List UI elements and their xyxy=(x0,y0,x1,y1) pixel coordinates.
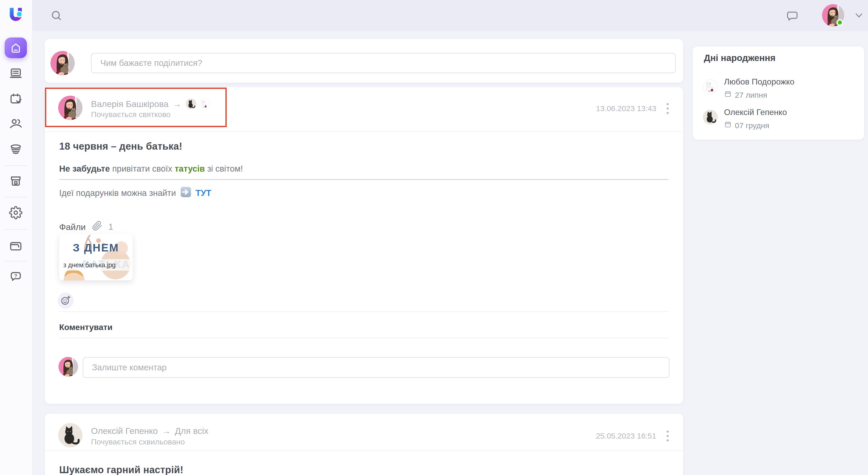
post-composer-card xyxy=(45,39,683,83)
post-audience: Для всіх xyxy=(175,426,208,436)
sidebar-item-settings[interactable] xyxy=(9,206,23,219)
birthday-item[interactable]: Любов Подорожко 27 липня xyxy=(703,77,794,100)
calendar-small-icon xyxy=(724,90,732,100)
post-gift-line: Ідеї подарунків можна знайти ТУТ xyxy=(59,186,211,200)
birthday-date-row: 27 липня xyxy=(724,90,794,100)
annotation-red-box xyxy=(45,88,227,127)
calendar-small-icon xyxy=(724,121,732,130)
birthday-item[interactable]: Олексій Гепенко 07 грудня xyxy=(703,107,787,130)
post-title: Шукаємо гарний настрій! xyxy=(59,465,183,475)
sidebar-divider xyxy=(5,261,27,261)
file-name: з днем батька.jpg xyxy=(59,259,133,271)
comments-divider xyxy=(59,338,669,338)
add-reaction-button[interactable] xyxy=(58,292,74,309)
post-header-divider xyxy=(45,131,683,132)
chevron-down-icon xyxy=(854,12,864,19)
post-text-bold: Не забудьте xyxy=(59,164,110,173)
post-link-here[interactable]: ТУТ xyxy=(196,188,212,198)
post-content-rule xyxy=(59,179,669,180)
files-label: Файли xyxy=(59,222,86,232)
sidebar-divider xyxy=(5,165,27,166)
comments-heading: Коментувати xyxy=(59,322,113,332)
layers-stack-icon xyxy=(9,142,23,156)
birthday-name[interactable]: Олексій Гепенко xyxy=(724,107,787,117)
post-menu-button[interactable] xyxy=(665,429,670,443)
post-header-divider xyxy=(45,450,683,451)
sidebar-divider xyxy=(5,197,27,197)
calendar-check-icon xyxy=(9,92,23,106)
comment-input[interactable] xyxy=(83,357,670,378)
storefront-icon xyxy=(9,174,23,188)
birthday-avatar-whitecat xyxy=(703,79,718,94)
paperclip-icon xyxy=(92,221,102,233)
emoji-plus-icon xyxy=(60,295,71,307)
chat-button[interactable] xyxy=(785,9,799,23)
birthday-date: 27 липня xyxy=(735,91,767,99)
post-feeling: Почувається схвильовано xyxy=(91,438,185,446)
news-board-icon xyxy=(9,66,23,80)
app-logo[interactable] xyxy=(7,6,25,23)
post-text: привітати своїх xyxy=(110,164,175,173)
search-button[interactable] xyxy=(50,8,63,23)
file-thumbnail[interactable]: З ДНЕМ БАТЬКА з днем батька.jpg xyxy=(59,234,133,280)
help-bubble-icon: ? xyxy=(9,270,23,283)
birthdays-title: Дні народження xyxy=(704,53,775,63)
gear-icon xyxy=(9,206,23,219)
sidebar-item-news[interactable] xyxy=(9,66,23,80)
post-meta: 13.06.2023 13:43 xyxy=(596,101,670,116)
post-paragraph: Не забудьте привітати своїх татусів зі с… xyxy=(59,164,243,174)
topbar xyxy=(32,0,868,31)
post-text-highlight: татусів xyxy=(175,164,205,173)
thumbnail-text-line1: З ДНЕМ xyxy=(73,242,119,254)
reactions-divider xyxy=(59,311,669,312)
post-author-row: Олексій Гепенко → Для всіх xyxy=(91,426,208,436)
home-icon xyxy=(9,42,22,54)
birthday-date-row: 07 грудня xyxy=(724,121,787,130)
svg-text:?: ? xyxy=(14,273,17,279)
birthday-avatar-blackcat xyxy=(703,109,718,125)
sidebar-divider xyxy=(5,229,27,230)
online-status-dot xyxy=(836,19,843,26)
post-meta: 25.05.2023 16:51 xyxy=(596,429,670,443)
arrow-right-emoji xyxy=(180,186,191,200)
comment-user-avatar[interactable] xyxy=(58,357,78,377)
sidebar-item-home[interactable] xyxy=(5,37,27,58)
sidebar-item-wallet[interactable] xyxy=(9,239,23,252)
wallet-icon xyxy=(9,239,23,252)
post-title: 18 червня – день батька! xyxy=(59,141,182,152)
sidebar-item-help[interactable]: ? xyxy=(9,270,23,283)
arrow-right-glyph: → xyxy=(162,426,170,436)
sidebar-item-calendar[interactable] xyxy=(9,92,23,106)
files-count: 1 xyxy=(108,222,113,232)
post-author-avatar[interactable] xyxy=(58,423,83,447)
post-timestamp: 25.05.2023 16:51 xyxy=(596,432,656,440)
composer-input[interactable] xyxy=(91,53,676,73)
post-timestamp: 13.06.2023 13:43 xyxy=(596,104,656,113)
files-row: Файли 1 xyxy=(59,221,113,233)
post-card: Олексій Гепенко → Для всіх Почувається с… xyxy=(45,414,683,475)
sidebar-item-people[interactable] xyxy=(9,117,23,130)
composer-user-avatar[interactable] xyxy=(51,51,75,75)
account-menu-button[interactable] xyxy=(853,10,865,21)
post-card: Валерія Башкірова → Почувається святково… xyxy=(45,87,683,404)
search-icon xyxy=(50,9,63,22)
sidebar: ? xyxy=(0,0,32,475)
sidebar-item-stack[interactable] xyxy=(9,142,23,156)
people-icon xyxy=(9,117,23,130)
post-text: зі світом! xyxy=(205,164,243,173)
chat-bubble-icon xyxy=(786,10,799,22)
birthdays-card: Дні народження Любов Подорожко 27 липня xyxy=(693,46,864,139)
sidebar-item-store[interactable] xyxy=(9,174,23,188)
app-window: ? Валерія Башкірова → Почувається святко… xyxy=(0,0,868,475)
post-menu-button[interactable] xyxy=(665,101,670,116)
birthday-name[interactable]: Любов Подорожко xyxy=(724,77,794,87)
post-gift-text: Ідеї подарунків можна знайти xyxy=(59,188,176,198)
post-author-name[interactable]: Олексій Гепенко xyxy=(91,426,158,436)
birthday-date: 07 грудня xyxy=(735,121,769,130)
